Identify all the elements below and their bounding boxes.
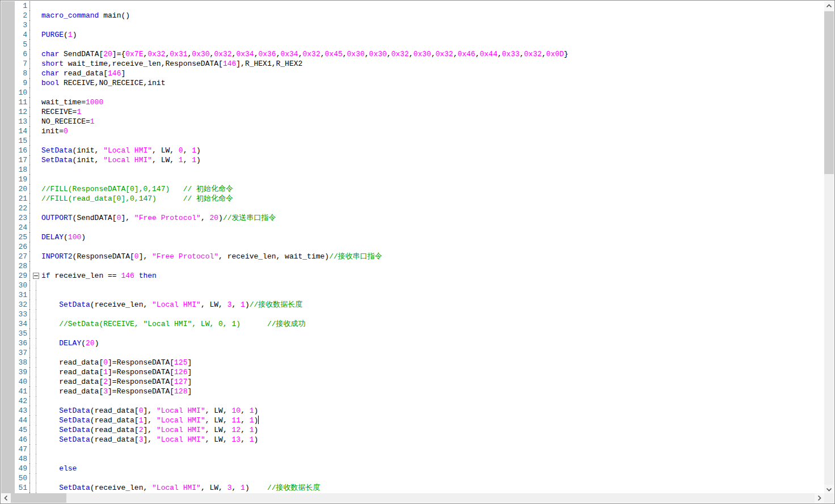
code-line[interactable]: 18: [1, 165, 834, 175]
fold-margin: [30, 146, 41, 155]
code-line[interactable]: 28: [1, 261, 834, 271]
code-line[interactable]: 23OUTPORT(SendDATA[0], "Free Protocol", …: [1, 213, 834, 223]
line-number: 49: [1, 464, 30, 473]
code-line[interactable]: 14init=0: [1, 126, 834, 136]
line-number: 36: [1, 338, 30, 348]
code-line[interactable]: 2macro_command main(): [1, 11, 834, 20]
fold-margin: [30, 435, 41, 444]
code-line[interactable]: 37: [1, 348, 834, 358]
code-line[interactable]: 19: [1, 175, 834, 184]
code-line[interactable]: 43 SetData(read_data[0], "Local HMI", LW…: [1, 406, 834, 416]
fold-margin: [30, 11, 41, 20]
code-line[interactable]: 17SetData(init, "Local HMI", LW, 1, 1): [1, 155, 834, 165]
line-number: 34: [1, 319, 30, 329]
vertical-scrollbar-thumb[interactable]: [824, 11, 834, 174]
code-line[interactable]: 32 SetData(receive_len, "Local HMI", LW,…: [1, 300, 834, 310]
code-line[interactable]: 35: [1, 329, 834, 338]
code-line[interactable]: 27INPORT2(ResponseDATA[0], "Free Protoco…: [1, 252, 834, 261]
code-text: DELAY(100): [41, 232, 834, 242]
line-number: 48: [1, 454, 30, 464]
code-line[interactable]: 48: [1, 454, 834, 464]
code-line[interactable]: 6char SendDATA[20]={0x7E,0x32,0x31,0x30,…: [1, 49, 834, 59]
code-line[interactable]: 21//FILL(read_data[0],0,147) // 初始化命令: [1, 194, 834, 204]
line-number: 1: [1, 1, 30, 11]
code-line[interactable]: 51 SetData(receive_len, "Local HMI", LW,…: [1, 483, 834, 493]
code-line[interactable]: 49 else: [1, 464, 834, 473]
chevron-left-icon: [1, 493, 11, 503]
vertical-scrollbar[interactable]: [824, 1, 834, 494]
line-number: 25: [1, 232, 30, 242]
fold-marker-margin: [30, 271, 41, 281]
line-number: 16: [1, 146, 30, 155]
code-text: [41, 242, 834, 252]
scroll-left-button[interactable]: [1, 493, 11, 503]
line-number: 51: [1, 483, 30, 493]
line-number: 28: [1, 261, 30, 271]
code-text: //SetData(RECEIVE, "Local HMI", LW, 0, 1…: [41, 319, 834, 329]
code-line[interactable]: 44 SetData(read_data[1], "Local HMI", LW…: [1, 416, 834, 425]
fold-margin: [30, 387, 41, 396]
code-line[interactable]: 38 read_data[0]=ResponseDATA[125]: [1, 358, 834, 367]
line-number: 41: [1, 387, 30, 396]
fold-margin: [30, 126, 41, 136]
fold-collapse-icon[interactable]: [33, 273, 39, 279]
code-line[interactable]: 39 read_data[1]=ResponseDATA[126]: [1, 367, 834, 377]
code-line[interactable]: 15: [1, 136, 834, 146]
fold-margin: [30, 454, 41, 464]
code-line[interactable]: 50: [1, 473, 834, 483]
code-line[interactable]: 24: [1, 223, 834, 232]
scroll-up-button[interactable]: [824, 1, 834, 11]
code-line[interactable]: 25DELAY(100): [1, 232, 834, 242]
code-line[interactable]: 22: [1, 204, 834, 213]
code-line[interactable]: 10: [1, 88, 834, 98]
code-line[interactable]: 9bool RECEIVE,NO_RECEICE,init: [1, 78, 834, 88]
code-line[interactable]: 42: [1, 396, 834, 406]
horizontal-scrollbar[interactable]: [1, 493, 824, 503]
code-line[interactable]: 34 //SetData(RECEIVE, "Local HMI", LW, 0…: [1, 319, 834, 329]
code-lines[interactable]: 12macro_command main()34PURGE(1)56char S…: [1, 1, 834, 503]
fold-margin: [30, 165, 41, 175]
code-text: [41, 20, 834, 30]
code-line[interactable]: 5: [1, 40, 834, 49]
code-line[interactable]: 1: [1, 1, 834, 11]
code-text: macro_command main(): [41, 11, 834, 20]
code-line[interactable]: 36 DELAY(20): [1, 338, 834, 348]
code-line[interactable]: 33: [1, 310, 834, 319]
line-number: 21: [1, 194, 30, 204]
line-number: 46: [1, 435, 30, 444]
code-line[interactable]: 8char read_data[146]: [1, 69, 834, 78]
code-line[interactable]: 4PURGE(1): [1, 30, 834, 40]
code-text: [41, 310, 834, 319]
code-line[interactable]: 29if receive_len == 146 then: [1, 271, 834, 281]
horizontal-scrollbar-thumb[interactable]: [11, 493, 66, 503]
line-number: 5: [1, 40, 30, 49]
code-line[interactable]: 7short wait_time,receive_len,ResponseDAT…: [1, 59, 834, 69]
line-number: 20: [1, 184, 30, 194]
code-line[interactable]: 16SetData(init, "Local HMI", LW, 0, 1): [1, 146, 834, 155]
fold-margin: [30, 252, 41, 261]
code-text: init=0: [41, 126, 834, 136]
code-line[interactable]: 30: [1, 281, 834, 290]
code-line[interactable]: 13NO_RECEICE=1: [1, 117, 834, 126]
code-line[interactable]: 11wait_time=1000: [1, 98, 834, 107]
fold-margin: [30, 20, 41, 30]
text-caret: [258, 416, 259, 424]
code-line[interactable]: 40 read_data[2]=ResponseDATA[127]: [1, 377, 834, 387]
code-line[interactable]: 20//FILL(ResponseDATA[0],0,147) // 初始化命令: [1, 184, 834, 194]
code-line[interactable]: 41 read_data[3]=ResponseDATA[128]: [1, 387, 834, 396]
code-text: [41, 1, 834, 11]
code-line[interactable]: 31: [1, 290, 834, 300]
code-line[interactable]: 47: [1, 444, 834, 454]
code-line[interactable]: 3: [1, 20, 834, 30]
code-text: read_data[0]=ResponseDATA[125]: [41, 358, 834, 367]
code-line[interactable]: 45 SetData(read_data[2], "Local HMI", LW…: [1, 425, 834, 435]
code-line[interactable]: 12RECEIVE=1: [1, 107, 834, 117]
code-line[interactable]: 26: [1, 242, 834, 252]
code-text: RECEIVE=1: [41, 107, 834, 117]
scroll-right-button[interactable]: [815, 493, 824, 503]
fold-margin: [30, 464, 41, 473]
code-text: PURGE(1): [41, 30, 834, 40]
code-text: SetData(init, "Local HMI", LW, 1, 1): [41, 155, 834, 165]
fold-margin: [30, 107, 41, 117]
code-line[interactable]: 46 SetData(read_data[3], "Local HMI", LW…: [1, 435, 834, 444]
